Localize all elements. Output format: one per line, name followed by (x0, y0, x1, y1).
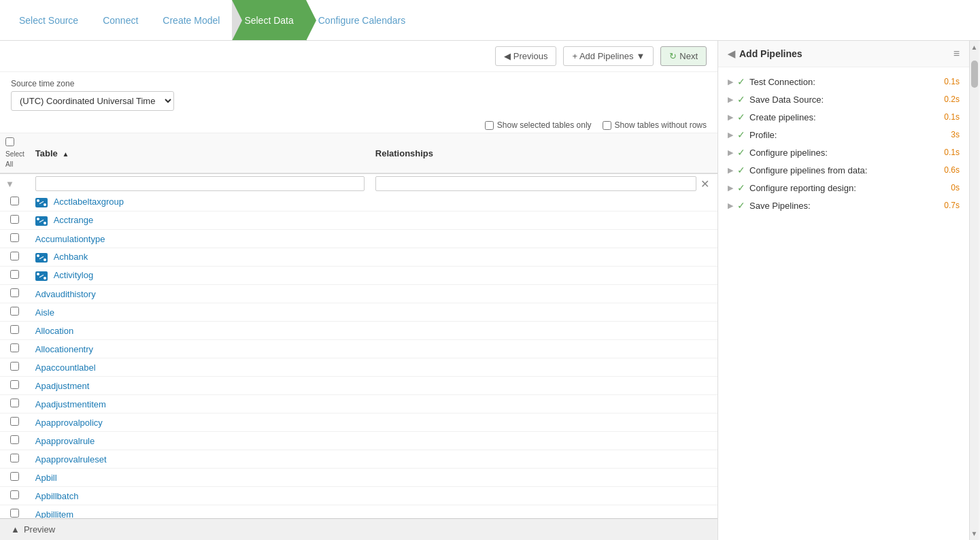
add-pipelines-button[interactable]: + Add Pipelines ▼ (563, 46, 654, 66)
row-checkbox[interactable] (10, 343, 19, 352)
row-checkbox[interactable] (10, 252, 19, 260)
row-checkbox[interactable] (10, 490, 19, 499)
row-checkbox[interactable] (10, 380, 19, 389)
pipeline-item[interactable]: ▶ ✓ Configure pipelines from data: 0.6s (718, 161, 969, 179)
pipeline-item-duration: 3s (951, 130, 960, 139)
nav-step-connect[interactable]: Connect (90, 0, 150, 40)
pipeline-item[interactable]: ▶ ✓ Configure pipelines: 0.1s (718, 144, 969, 161)
row-checkbox-cell[interactable] (0, 505, 30, 519)
row-table-name[interactable]: Advaudithistory (30, 285, 370, 303)
row-checkbox[interactable] (10, 362, 19, 371)
row-table-name[interactable]: Apbill (30, 469, 370, 487)
row-checkbox-cell[interactable] (0, 322, 30, 340)
clear-filter-button[interactable]: ✕ (698, 178, 712, 190)
row-table-name[interactable]: Apbillitem (30, 505, 370, 519)
show-without-rows-label[interactable]: Show tables without rows (603, 120, 707, 130)
row-checkbox[interactable] (10, 509, 19, 518)
row-checkbox[interactable] (10, 417, 19, 426)
scroll-down-btn[interactable]: ▼ (970, 527, 979, 540)
row-checkbox-cell[interactable] (0, 377, 30, 395)
row-checkbox[interactable] (10, 307, 19, 316)
row-table-name[interactable]: Apapprovalruleset (30, 450, 370, 469)
pipeline-item[interactable]: ▶ ✓ Create pipelines: 0.1s (718, 108, 969, 126)
preview-bar[interactable]: ▲ Preview (0, 518, 717, 540)
row-checkbox-cell[interactable] (0, 303, 30, 322)
nav-step-configure-calendars[interactable]: Configure Calendars (306, 0, 418, 40)
row-checkbox[interactable] (10, 197, 19, 205)
pipeline-expand-icon[interactable]: ▶ (728, 148, 733, 157)
scroll-up-btn[interactable]: ▲ (970, 41, 979, 54)
row-checkbox[interactable] (10, 233, 19, 242)
col-header-table[interactable]: Table ▲ (30, 133, 370, 173)
row-checkbox[interactable] (10, 325, 19, 334)
row-checkbox-cell[interactable] (0, 358, 30, 377)
row-checkbox-cell[interactable] (0, 469, 30, 487)
row-checkbox[interactable] (10, 472, 19, 481)
pipeline-expand-icon[interactable]: ▶ (728, 184, 733, 192)
nav-step-create-model[interactable]: Create Model (150, 0, 232, 40)
pipeline-expand-icon[interactable]: ▶ (728, 166, 733, 175)
rel-filter-input[interactable] (375, 176, 696, 191)
row-table-name[interactable]: Apapprovalpolicy (30, 414, 370, 432)
pipeline-expand-icon[interactable]: ▶ (728, 95, 733, 104)
row-table-name[interactable]: Allocationentry (30, 340, 370, 358)
previous-button[interactable]: ◀ Previous (495, 46, 557, 66)
pipeline-check-icon: ✓ (737, 112, 745, 122)
row-checkbox-cell[interactable] (0, 267, 30, 285)
row-checkbox-cell[interactable] (0, 450, 30, 469)
pipeline-item-duration: 0.1s (944, 77, 960, 86)
panel-menu-icon[interactable]: ≡ (953, 48, 960, 60)
pipeline-expand-icon[interactable]: ▶ (728, 113, 733, 122)
row-table-name[interactable]: Apbillbatch (30, 487, 370, 505)
row-checkbox[interactable] (10, 399, 19, 407)
row-checkbox-cell[interactable] (0, 487, 30, 505)
row-checkbox-cell[interactable] (0, 414, 30, 432)
pipeline-item[interactable]: ▶ ✓ Save Pipelines: 0.7s (718, 197, 969, 214)
pipeline-item[interactable]: ▶ ✓ Test Connection: 0.1s (718, 73, 969, 90)
row-table-name[interactable]: Acctrange (30, 212, 370, 230)
row-table-name[interactable]: Apapprovalrule (30, 432, 370, 450)
pipeline-expand-icon[interactable]: ▶ (728, 131, 733, 139)
pipeline-item[interactable]: ▶ ✓ Profile: 3s (718, 126, 969, 144)
source-tz-select[interactable]: (UTC) Coordinated Universal Time (UTC-05… (11, 91, 174, 111)
table-filter-input[interactable] (35, 176, 365, 191)
collapse-panel-icon[interactable]: ◀ (728, 48, 735, 59)
row-checkbox-cell[interactable] (0, 248, 30, 267)
row-table-name[interactable]: Apaccountlabel (30, 358, 370, 377)
row-checkbox-cell[interactable] (0, 230, 30, 248)
right-panel: ◀ Add Pipelines ≡ ▶ ✓ Test Connection: 0… (717, 41, 969, 540)
pipeline-item[interactable]: ▶ ✓ Configure reporting design: 0s (718, 179, 969, 197)
pipeline-item-label: Configure pipelines: (749, 148, 940, 158)
show-without-rows-checkbox[interactable] (603, 121, 611, 130)
pipeline-expand-icon[interactable]: ▶ (728, 78, 733, 86)
row-checkbox-cell[interactable] (0, 193, 30, 212)
show-selected-label[interactable]: Show selected tables only (485, 120, 592, 130)
right-side-scrollbar[interactable]: ▲ ▼ (969, 41, 979, 540)
select-all-checkbox[interactable] (5, 137, 14, 146)
show-selected-checkbox[interactable] (485, 121, 494, 130)
nav-step-select-data[interactable]: Select Data (232, 0, 305, 40)
row-checkbox-cell[interactable] (0, 395, 30, 414)
row-table-name[interactable]: Acctlabeltaxgroup (30, 193, 370, 212)
row-checkbox[interactable] (10, 270, 19, 279)
row-table-name[interactable]: Apadjustment (30, 377, 370, 395)
row-table-name[interactable]: Aisle (30, 303, 370, 322)
row-checkbox[interactable] (10, 454, 19, 462)
row-table-name[interactable]: Achbank (30, 248, 370, 267)
pipeline-expand-icon[interactable]: ▶ (728, 201, 733, 210)
row-table-name[interactable]: Allocation (30, 322, 370, 340)
row-table-name[interactable]: Apadjustmentitem (30, 395, 370, 414)
row-checkbox-cell[interactable] (0, 212, 30, 230)
nav-step-select-source[interactable]: Select Source (7, 0, 90, 40)
row-checkbox-cell[interactable] (0, 432, 30, 450)
row-table-name[interactable]: Accumulationtype (30, 230, 370, 248)
next-button[interactable]: ↻ Next (660, 46, 707, 66)
pipeline-item[interactable]: ▶ ✓ Save Data Source: 0.2s (718, 90, 969, 108)
row-checkbox[interactable] (10, 288, 19, 297)
row-table-name[interactable]: Activitylog (30, 267, 370, 285)
row-checkbox-cell[interactable] (0, 285, 30, 303)
filter-table-cell[interactable] (30, 173, 370, 193)
row-checkbox-cell[interactable] (0, 340, 30, 358)
row-checkbox[interactable] (10, 215, 19, 224)
row-checkbox[interactable] (10, 435, 19, 444)
